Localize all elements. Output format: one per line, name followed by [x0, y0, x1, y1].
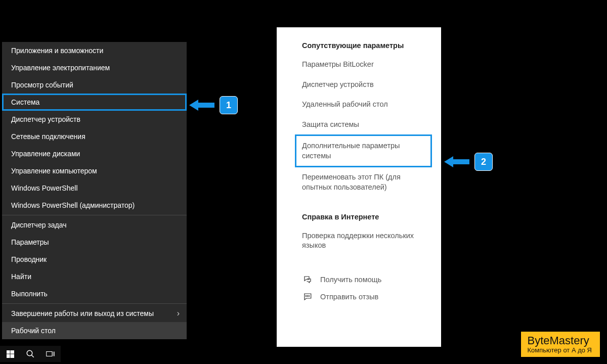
- callout-2: 2: [444, 153, 493, 171]
- svg-point-10: [307, 295, 308, 296]
- menu-item-device-manager[interactable]: Диспетчер устройств: [2, 111, 187, 128]
- feedback-icon: [302, 292, 313, 301]
- svg-rect-2: [7, 354, 10, 358]
- link-device-manager[interactable]: Диспетчер устройств: [302, 75, 423, 95]
- menu-item-powershell-admin[interactable]: Windows PowerShell (администратор): [2, 197, 187, 214]
- watermark-tagline: Компьютер от А до Я: [527, 347, 592, 354]
- chat-help-icon: [302, 275, 313, 284]
- svg-marker-13: [444, 156, 469, 167]
- menu-separator: [2, 215, 187, 215]
- taskbar: [0, 346, 61, 362]
- menu-item-system[interactable]: Система: [2, 94, 187, 111]
- menu-separator: [2, 303, 187, 304]
- start-button[interactable]: [0, 346, 20, 362]
- menu-item-event-viewer[interactable]: Просмотр событий: [2, 76, 187, 94]
- link-advanced-system-settings[interactable]: Дополнительные параметры системы: [295, 134, 432, 167]
- arrow-left-icon: [444, 155, 469, 168]
- link-give-feedback[interactable]: Отправить отзыв: [302, 288, 423, 305]
- menu-item-shutdown-signout[interactable]: Завершение работы или выход из системы ›: [2, 305, 187, 322]
- link-multilang-support[interactable]: Проверка поддержки нескольких языков: [302, 226, 423, 256]
- winx-context-menu: Приложения и возможности Управление элек…: [2, 42, 187, 339]
- svg-marker-12: [189, 100, 214, 111]
- svg-rect-1: [10, 350, 14, 354]
- svg-rect-6: [47, 352, 52, 356]
- link-remote-desktop[interactable]: Удаленный рабочий стол: [302, 95, 423, 115]
- link-rename-pc[interactable]: Переименовать этот ПК (для опытных польз…: [302, 167, 423, 197]
- svg-rect-3: [10, 354, 14, 358]
- svg-point-9: [306, 295, 307, 296]
- menu-item-task-manager[interactable]: Диспетчер задач: [2, 216, 187, 234]
- link-bitlocker[interactable]: Параметры BitLocker: [302, 55, 423, 75]
- watermark-brand: ByteMastery: [527, 335, 592, 347]
- link-system-protection[interactable]: Защита системы: [302, 115, 423, 135]
- watermark: ByteMastery Компьютер от А до Я: [519, 332, 600, 357]
- svg-point-4: [27, 350, 32, 356]
- menu-item-network-connections[interactable]: Сетевые подключения: [2, 128, 187, 145]
- menu-item-apps-features[interactable]: Приложения и возможности: [2, 42, 187, 59]
- menu-item-computer-management[interactable]: Управление компьютером: [2, 162, 187, 179]
- related-settings-heading: Сопутствующие параметры: [302, 41, 423, 50]
- menu-item-search[interactable]: Найти: [2, 268, 187, 285]
- web-help-heading: Справка в Интернете: [302, 213, 423, 221]
- menu-item-file-explorer[interactable]: Проводник: [2, 251, 187, 268]
- callout-1: 1: [189, 96, 238, 114]
- arrow-left-icon: [189, 99, 214, 112]
- menu-item-power-options[interactable]: Управление электропитанием: [2, 59, 187, 76]
- chevron-right-icon: ›: [177, 309, 180, 318]
- taskbar-taskview-icon[interactable]: [40, 346, 61, 362]
- menu-item-powershell[interactable]: Windows PowerShell: [2, 179, 187, 197]
- svg-rect-0: [7, 350, 10, 354]
- callout-badge-1: 1: [220, 96, 238, 114]
- menu-item-settings[interactable]: Параметры: [2, 234, 187, 251]
- feedback-label: Отправить отзыв: [320, 293, 378, 301]
- menu-item-run[interactable]: Выполнить: [2, 285, 187, 302]
- callout-badge-2: 2: [474, 153, 493, 171]
- menu-item-disk-management[interactable]: Управление дисками: [2, 145, 187, 162]
- svg-line-5: [31, 355, 34, 357]
- svg-point-11: [309, 295, 310, 296]
- settings-related-panel: Сопутствующие параметры Параметры BitLoc…: [277, 27, 441, 347]
- link-get-help[interactable]: Получить помощь: [302, 271, 423, 288]
- menu-item-desktop[interactable]: Рабочий стол: [2, 322, 187, 339]
- get-help-label: Получить помощь: [320, 276, 381, 284]
- taskbar-search-icon[interactable]: [20, 346, 40, 362]
